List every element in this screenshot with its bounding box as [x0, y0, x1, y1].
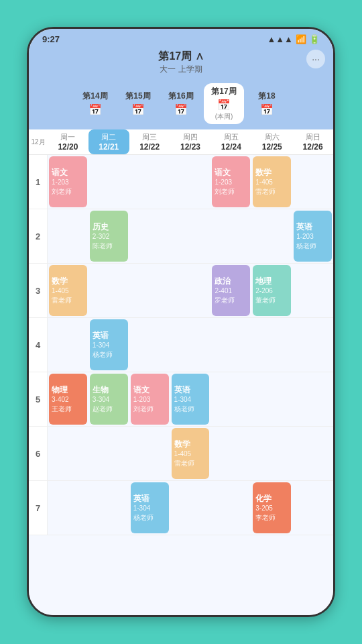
- week-num: 第15周: [125, 91, 150, 102]
- status-bar: 9:27 ▲▲▲ 📶 🔋: [29, 29, 333, 47]
- day-cell-4-7: [292, 318, 333, 372]
- phone-frame: 9:27 ▲▲▲ 📶 🔋 第17周 ∧ 大一 上学期 ··· 第14周 📅 第1…: [27, 27, 335, 617]
- day-cell-7-4: [170, 481, 211, 535]
- day-name: 周日: [294, 132, 332, 142]
- week-num: 第17周: [211, 86, 236, 97]
- day-header-tue: 周二 12/21: [88, 129, 129, 154]
- course-name: 政治: [215, 276, 247, 287]
- period-label-7: 7: [29, 481, 48, 535]
- day-num: 12/23: [172, 142, 210, 152]
- day-cell-3-6: 地理 2-206 董老师: [251, 264, 292, 317]
- day-name: 周二: [90, 132, 128, 142]
- day-cell-7-5: [210, 481, 251, 535]
- course-room: 2-401: [215, 286, 247, 296]
- course-teacher: 王老师: [52, 405, 84, 414]
- schedule-row-3: 3 数学 1-405 雷老师 政治 2-401 罗老师 地理 2-206 董老师: [29, 264, 333, 318]
- course-name: 语文: [215, 167, 247, 178]
- period-label-6: 6: [29, 427, 48, 480]
- week-item-w14[interactable]: 第14周 📅: [75, 88, 115, 119]
- calendar-icon: 📅: [88, 103, 102, 116]
- calendar-icon: 📅: [217, 99, 231, 111]
- day-cell-1-1: 语文 1-203 刘老师: [48, 155, 88, 209]
- course-block[interactable]: 英语 1-203 杨老师: [294, 211, 332, 262]
- course-teacher: 李老师: [255, 513, 288, 523]
- course-block[interactable]: 语文 1-203 刘老师: [131, 374, 169, 425]
- week-item-w18[interactable]: 第18 📅: [247, 88, 287, 119]
- period-label-4: 4: [29, 318, 48, 372]
- day-header-row: 12月 周一 12/20 周二 12/21 周三 12/22 周四 12/23 …: [29, 129, 333, 155]
- course-name: 生物: [93, 384, 125, 396]
- day-cell-7-6: 化学 3-205 李老师: [251, 481, 292, 535]
- week-item-w15[interactable]: 第15周 📅: [118, 88, 158, 119]
- course-block[interactable]: 生物 3-304 赵老师: [90, 374, 128, 425]
- period-label-2: 2: [29, 209, 48, 263]
- day-num: 12/24: [212, 142, 250, 152]
- day-cell-5-2: 生物 3-304 赵老师: [88, 372, 129, 426]
- course-teacher: 刘老师: [52, 187, 84, 197]
- course-block[interactable]: 英语 1-304 杨老师: [90, 319, 128, 370]
- calendar-icon: 📅: [260, 103, 274, 116]
- course-teacher: 董老师: [255, 296, 288, 305]
- course-teacher: 杨老师: [296, 241, 329, 251]
- course-room: 3-402: [52, 395, 84, 405]
- course-teacher: 雷老师: [255, 187, 288, 197]
- week-num: 第16周: [168, 91, 193, 102]
- day-cell-2-2: 历史 2-302 陈老师: [88, 209, 129, 263]
- course-room: 1-405: [52, 286, 84, 296]
- course-room: 1-203: [296, 232, 329, 241]
- schedule-row-6: 6 数学 1-405 雷老师: [29, 427, 333, 481]
- course-block[interactable]: 数学 1-405 雷老师: [49, 265, 87, 316]
- course-name: 数学: [52, 276, 84, 287]
- day-cell-7-1: [48, 481, 88, 535]
- course-block[interactable]: 历史 2-302 陈老师: [90, 211, 128, 262]
- schedule-row-2: 2 历史 2-302 陈老师 英语 1-203 杨老师: [29, 209, 333, 264]
- course-teacher: 杨老师: [93, 350, 125, 360]
- course-block[interactable]: 化学 3-205 李老师: [253, 482, 291, 533]
- course-room: 1-405: [174, 449, 207, 459]
- day-cell-4-2: 英语 1-304 杨老师: [88, 318, 129, 372]
- course-block[interactable]: 物理 3-402 王老师: [49, 374, 87, 425]
- course-name: 英语: [133, 493, 166, 504]
- day-cell-4-1: [48, 318, 88, 372]
- more-button[interactable]: ···: [306, 50, 325, 68]
- course-block[interactable]: 英语 1-304 杨老师: [172, 374, 210, 425]
- week-item-w17[interactable]: 第17周 📅 (本周): [204, 83, 244, 124]
- course-teacher: 赵老师: [93, 405, 125, 414]
- course-block[interactable]: 数学 1-405 雷老师: [253, 156, 291, 207]
- battery-icon: 🔋: [309, 34, 320, 44]
- schedule-row-7: 7 英语 1-304 杨老师 化学 3-205 李老师: [29, 481, 333, 535]
- course-block[interactable]: 英语 1-304 杨老师: [131, 482, 169, 533]
- day-cell-3-4: [170, 264, 211, 317]
- course-room: 1-405: [255, 178, 288, 187]
- current-label: (本周): [215, 112, 233, 121]
- week-item-w16[interactable]: 第16周 📅: [161, 88, 201, 119]
- course-teacher: 刘老师: [133, 405, 166, 414]
- course-room: 3-205: [255, 504, 288, 513]
- schedule-grid[interactable]: 1 语文 1-203 刘老师 语文 1-203 刘老师 数学 1-405 雷老师…: [29, 155, 333, 606]
- course-block[interactable]: 地理 2-206 董老师: [253, 265, 291, 316]
- semester: 大一 上学期: [29, 64, 333, 75]
- day-cell-2-4: [170, 209, 211, 263]
- course-room: 2-206: [255, 286, 288, 296]
- day-cell-5-6: [251, 372, 292, 426]
- course-room: 1-203: [133, 395, 166, 405]
- day-cell-2-7: 英语 1-203 杨老师: [292, 209, 333, 263]
- day-cell-2-5: [210, 209, 251, 263]
- course-teacher: 雷老师: [52, 296, 84, 305]
- course-block[interactable]: 数学 1-405 雷老师: [172, 428, 210, 479]
- day-header-sat: 周六 12/25: [251, 129, 292, 154]
- day-header-sun: 周日 12/26: [292, 129, 333, 154]
- course-name: 历史: [93, 221, 125, 233]
- course-block[interactable]: 语文 1-203 刘老师: [212, 156, 250, 207]
- day-cell-1-4: [170, 155, 211, 209]
- course-room: 1-203: [52, 178, 84, 187]
- day-cell-5-1: 物理 3-402 王老师: [48, 372, 88, 426]
- course-block[interactable]: 语文 1-203 刘老师: [49, 156, 87, 207]
- course-name: 物理: [52, 384, 84, 396]
- calendar-icon: 📅: [131, 103, 145, 116]
- schedule-row-5: 5 物理 3-402 王老师 生物 3-304 赵老师 语文 1-203 刘老师…: [29, 372, 333, 427]
- calendar-container: 12月 周一 12/20 周二 12/21 周三 12/22 周四 12/23 …: [29, 129, 333, 615]
- course-name: 英语: [174, 384, 207, 396]
- day-name: 周三: [131, 132, 169, 142]
- course-block[interactable]: 政治 2-401 罗老师: [212, 265, 250, 316]
